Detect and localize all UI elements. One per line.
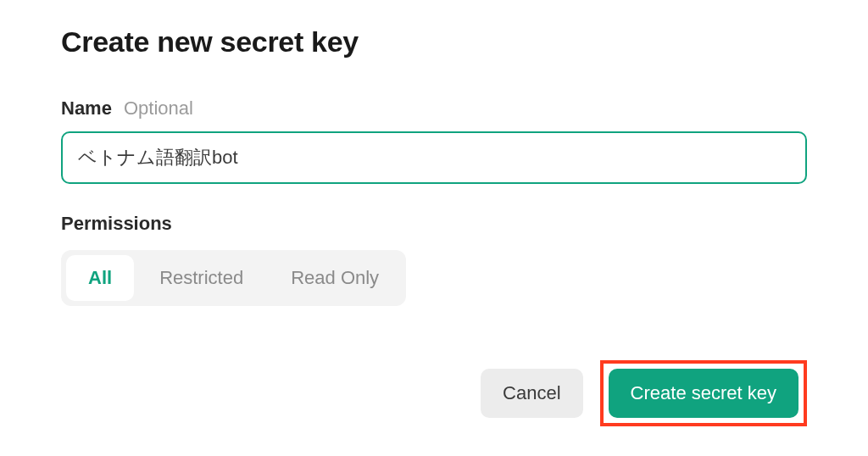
dialog-actions: Cancel Create secret key: [61, 360, 807, 426]
permissions-option-all[interactable]: All: [66, 255, 134, 301]
create-secret-key-button[interactable]: Create secret key: [609, 369, 798, 418]
name-optional: Optional: [124, 97, 193, 120]
dialog-title: Create new secret key: [61, 25, 807, 58]
name-label: Name: [61, 97, 112, 120]
name-input[interactable]: [61, 131, 807, 184]
permissions-option-readonly[interactable]: Read Only: [269, 255, 401, 301]
permissions-segmented: All Restricted Read Only: [61, 250, 406, 306]
create-highlight: Create secret key: [600, 360, 807, 426]
name-label-row: Name Optional: [61, 97, 807, 120]
cancel-button[interactable]: Cancel: [481, 369, 582, 418]
permissions-label: Permissions: [61, 213, 807, 235]
permissions-option-restricted[interactable]: Restricted: [137, 255, 265, 301]
